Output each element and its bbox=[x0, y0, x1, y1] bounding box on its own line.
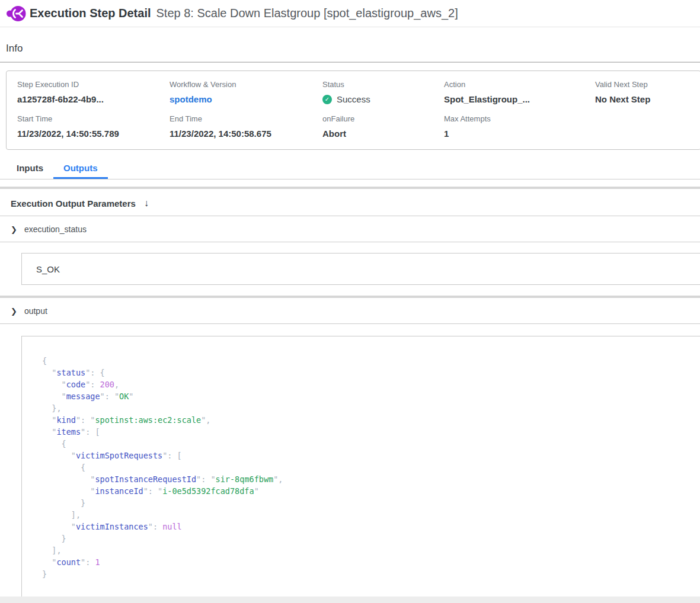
chevron-right-icon[interactable]: ❯ bbox=[11, 226, 17, 233]
field-onfailure: onFailure Abort bbox=[322, 114, 444, 139]
down-arrow-icon[interactable]: ↓ bbox=[144, 198, 149, 209]
field-value: No Next Step bbox=[595, 94, 700, 104]
param-name: output bbox=[24, 306, 47, 316]
info-grid: Step Execution ID a125728f-6b22-4b9... W… bbox=[17, 80, 700, 139]
spot-logo-icon bbox=[6, 5, 26, 23]
execution-output-parameters-header: Execution Output Parameters ↓ bbox=[0, 189, 700, 216]
field-status: Status ✓ Success bbox=[322, 80, 444, 104]
status-text: Success bbox=[337, 94, 370, 104]
page-subtitle: Step 8: Scale Down Elastgroup [spot_elas… bbox=[156, 7, 458, 20]
bottom-strip bbox=[0, 596, 700, 603]
field-max-attempts: Max Attempts 1 bbox=[444, 114, 595, 139]
field-label: Status bbox=[322, 80, 444, 89]
field-value: Abort bbox=[322, 129, 444, 139]
tab-bar: Inputs Outputs bbox=[0, 160, 700, 179]
param-row-output[interactable]: ❯ output bbox=[0, 298, 700, 324]
execution-status-value: S_OK bbox=[36, 264, 60, 274]
field-value: 11/23/2022, 14:50:58.675 bbox=[170, 129, 322, 139]
tab-inputs[interactable]: Inputs bbox=[7, 160, 53, 179]
field-label: End Time bbox=[170, 114, 322, 123]
tab-outputs[interactable]: Outputs bbox=[53, 160, 108, 179]
field-label: Start Time bbox=[17, 114, 170, 123]
chevron-right-icon[interactable]: ❯ bbox=[11, 307, 17, 315]
output-json-code: { "status": { "code": 200, "message": "O… bbox=[42, 355, 689, 580]
check-circle-icon: ✓ bbox=[322, 95, 332, 104]
field-valid-next-step: Valid Next Step No Next Step bbox=[595, 80, 700, 104]
execution-step-detail-page: Execution Step Detail Step 8: Scale Down… bbox=[0, 0, 700, 603]
output-json-box: { "status": { "code": 200, "message": "O… bbox=[21, 336, 700, 602]
field-label: Step Execution ID bbox=[17, 80, 170, 89]
execution-output-parameters-title: Execution Output Parameters bbox=[11, 198, 136, 209]
field-label: Max Attempts bbox=[444, 114, 595, 123]
field-value: 11/23/2022, 14:50:55.789 bbox=[17, 129, 170, 139]
param-name: execution_status bbox=[24, 224, 87, 234]
field-label: Action bbox=[444, 80, 595, 89]
field-value: a125728f-6b22-4b9... bbox=[17, 94, 170, 104]
field-step-execution-id: Step Execution ID a125728f-6b22-4b9... bbox=[17, 80, 170, 104]
workflow-link[interactable]: spotdemo bbox=[170, 94, 322, 104]
field-action: Action Spot_Elastigroup_... bbox=[444, 80, 595, 104]
execution-status-value-box: S_OK bbox=[21, 253, 700, 285]
param-row-execution-status[interactable]: ❯ execution_status bbox=[0, 216, 700, 242]
info-card: Step Execution ID a125728f-6b22-4b9... W… bbox=[6, 70, 700, 150]
field-label: Workflow & Version bbox=[170, 80, 322, 89]
field-label: Valid Next Step bbox=[595, 80, 700, 89]
page-header: Execution Step Detail Step 8: Scale Down… bbox=[0, 0, 700, 27]
field-workflow-version: Workflow & Version spotdemo bbox=[170, 80, 322, 104]
field-label: onFailure bbox=[322, 114, 444, 123]
field-start-time: Start Time 11/23/2022, 14:50:55.789 bbox=[17, 114, 170, 139]
field-end-time: End Time 11/23/2022, 14:50:58.675 bbox=[170, 114, 322, 139]
info-section-heading: Info bbox=[0, 27, 700, 63]
page-title: Execution Step Detail bbox=[30, 7, 151, 20]
field-value: 1 bbox=[444, 129, 595, 139]
status-value: ✓ Success bbox=[322, 94, 444, 104]
field-value: Spot_Elastigroup_... bbox=[444, 94, 595, 104]
